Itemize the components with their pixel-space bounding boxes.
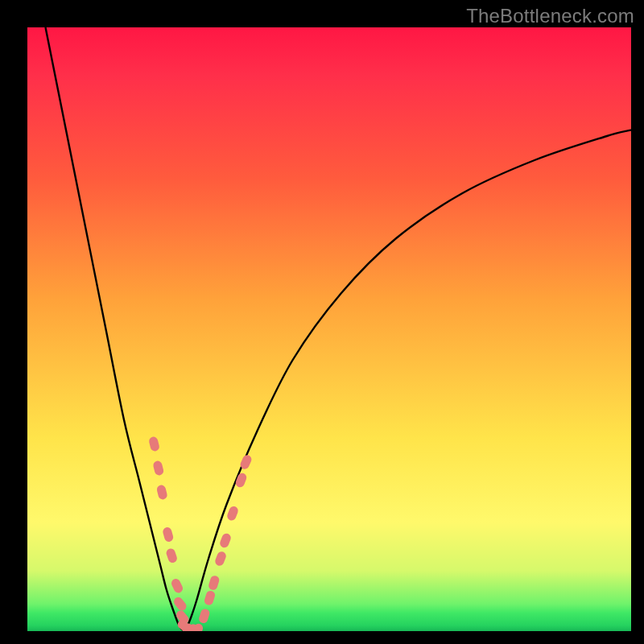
bead-marker: [234, 472, 248, 489]
left-branch-curve: [46, 27, 185, 631]
bead-marker: [226, 505, 240, 522]
watermark-text: TheBottleneck.com: [466, 5, 634, 27]
bead-marker: [152, 460, 164, 476]
bead-marker: [172, 596, 188, 613]
bead-marker: [156, 484, 168, 500]
curve-layer: [27, 27, 631, 631]
bead-marker: [162, 526, 174, 543]
bead-marker: [208, 575, 221, 591]
bead-group: [148, 436, 253, 631]
right-branch-curve: [184, 130, 631, 632]
bead-marker: [165, 547, 178, 564]
bead-marker: [204, 590, 217, 606]
bead-marker: [148, 436, 160, 452]
plot-area: [27, 27, 631, 631]
bead-marker: [219, 532, 233, 549]
chart-frame: TheBottleneck.com: [0, 0, 644, 644]
bead-marker: [170, 577, 184, 594]
bead-marker: [214, 551, 228, 568]
bead-marker: [198, 608, 211, 624]
